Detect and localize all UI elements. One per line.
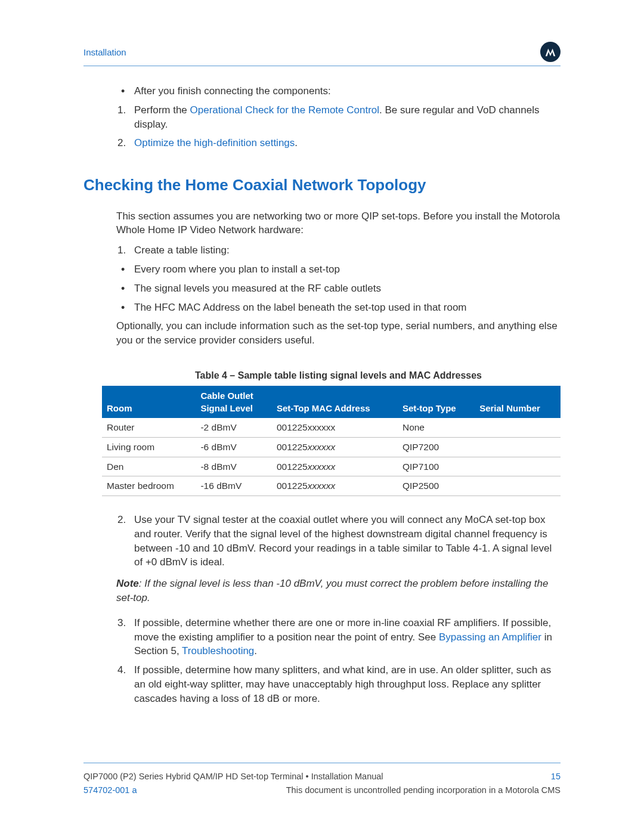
cell-type: QIP2500 [398, 476, 475, 496]
signal-table: Room Cable OutletSignal Level Set-Top MA… [102, 386, 561, 496]
optimize-hd-link[interactable]: Optimize the high-definition settings [134, 137, 295, 148]
footer-disclaimer: This document is uncontrolled pending in… [286, 784, 561, 796]
cell-mac: 001225xxxxxx [272, 476, 398, 496]
col-type: Set-top Type [398, 386, 475, 418]
step-item: 1. Perform the Operational Check for the… [134, 103, 561, 132]
motorola-logo-icon [540, 42, 561, 62]
table-row: Den-8 dBmV001225xxxxxxQIP7100 [102, 457, 561, 476]
step-text: Create a table listing: [134, 244, 230, 256]
col-signal: Cable OutletSignal Level [196, 386, 272, 418]
optional-paragraph: Optionally, you can include information … [116, 319, 561, 348]
cell-signal: -16 dBmV [196, 476, 272, 496]
cell-signal: -8 dBmV [196, 457, 272, 476]
pre-section-bullets: After you finish connecting the componen… [116, 84, 561, 98]
cell-serial [475, 418, 561, 437]
cell-mac: 001225xxxxxx [272, 418, 398, 437]
cell-signal: -2 dBmV [196, 418, 272, 437]
bullet-item: The signal levels you measured at the RF… [134, 281, 561, 296]
step-text-tail: . [295, 137, 298, 148]
bullet-item: Every room where you plan to install a s… [134, 262, 561, 277]
pre-section-steps: 1. Perform the Operational Check for the… [116, 103, 561, 150]
page-header: Installation [83, 42, 561, 66]
step-item: 1.Create a table listing: [134, 243, 561, 258]
section-steps-1: 1.Create a table listing: [116, 243, 561, 258]
cell-serial [475, 438, 561, 457]
cell-room: Living room [102, 438, 196, 457]
cell-mac: 001225xxxxxx [272, 438, 398, 457]
cell-type: None [398, 418, 475, 437]
step-item: 2. Optimize the high-definition settings… [134, 136, 561, 150]
cell-type: QIP7200 [398, 438, 475, 457]
bullet-item: The HFC MAC Address on the label beneath… [134, 301, 561, 315]
table-row: Living room-6 dBmV001225xxxxxxQIP7200 [102, 438, 561, 457]
intro-paragraph: This section assumes you are networking … [116, 209, 561, 238]
breadcrumb[interactable]: Installation [83, 46, 126, 58]
col-room: Room [102, 386, 196, 418]
cell-signal: -6 dBmV [196, 438, 272, 457]
step-item: 3. If possible, determine whether there … [134, 616, 561, 658]
cell-serial [475, 457, 561, 476]
cell-type: QIP7100 [398, 457, 475, 476]
section-steps-2: 2.Use your TV signal tester at the coaxi… [116, 513, 561, 569]
step-text-tail: . [254, 645, 257, 657]
note-paragraph: Note: If the signal level is less than -… [116, 577, 561, 605]
step-item: 2.Use your TV signal tester at the coaxi… [134, 513, 561, 569]
step-text: Use your TV signal tester at the coaxial… [134, 514, 552, 568]
cell-room: Master bedroom [102, 476, 196, 496]
step-text: Perform the [134, 104, 190, 116]
page-content: After you finish connecting the componen… [83, 84, 561, 706]
cell-room: Router [102, 418, 196, 437]
table-caption: Table 4 – Sample table listing signal le… [116, 369, 561, 382]
step-text: If possible, determine how many splitter… [134, 664, 551, 704]
col-serial: Serial Number [475, 386, 561, 418]
footer-title: QIP7000 (P2) Series Hybrid QAM/IP HD Set… [83, 770, 383, 782]
page-footer: QIP7000 (P2) Series Hybrid QAM/IP HD Set… [83, 763, 561, 797]
troubleshooting-link[interactable]: Troubleshooting [182, 645, 254, 657]
doc-number: 574702-001 a [83, 784, 137, 796]
table-row: Master bedroom-16 dBmV001225xxxxxxQIP250… [102, 476, 561, 496]
note-label: Note [116, 578, 139, 589]
section-heading: Checking the Home Coaxial Network Topolo… [83, 174, 561, 196]
step-item: 4.If possible, determine how many splitt… [134, 663, 561, 705]
section-steps-3: 3. If possible, determine whether there … [116, 616, 561, 706]
operational-check-link[interactable]: Operational Check for the Remote Control [190, 104, 380, 116]
table-row: Router-2 dBmV001225xxxxxxNone [102, 418, 561, 437]
bullet-item: After you finish connecting the componen… [134, 84, 561, 98]
sub-bullets: Every room where you plan to install a s… [116, 262, 561, 314]
cell-room: Den [102, 457, 196, 476]
bypass-amp-link[interactable]: Bypassing an Amplifier [439, 631, 541, 643]
page-number: 15 [551, 770, 561, 782]
cell-serial [475, 476, 561, 496]
note-body: : If the signal level is less than -10 d… [116, 578, 548, 603]
cell-mac: 001225xxxxxx [272, 457, 398, 476]
col-mac: Set-Top MAC Address [272, 386, 398, 418]
